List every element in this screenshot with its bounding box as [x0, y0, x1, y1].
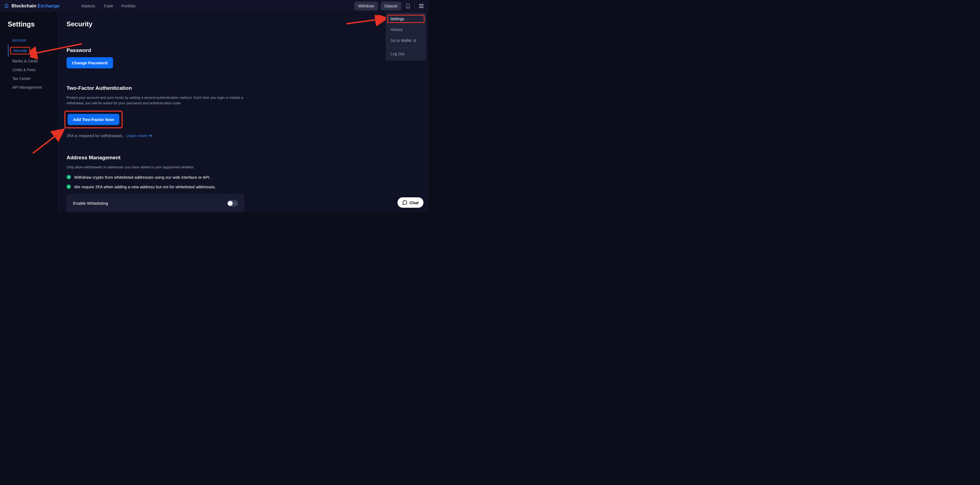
nav-portfolio[interactable]: Portfolio [121, 4, 135, 8]
sidebar-item-security[interactable]: Security [8, 45, 58, 57]
nav-markets[interactable]: Markets [81, 4, 95, 8]
deposit-button[interactable]: Deposit [381, 2, 401, 10]
logo-icon [4, 3, 9, 9]
sidebar-item-limits[interactable]: Limits & Fees [8, 65, 58, 74]
svg-point-1 [407, 7, 408, 8]
withdraw-button[interactable]: Withdraw [354, 2, 378, 10]
mobile-icon[interactable] [404, 2, 412, 10]
sidebar-title: Settings [8, 20, 58, 28]
dropdown-history[interactable]: History [386, 24, 426, 35]
side-list: Account Security Banks & Cards Limits & … [8, 36, 58, 92]
sidebar-item-tax[interactable]: Tax Center [8, 74, 58, 83]
learn-more-link[interactable]: Learn more [126, 133, 152, 138]
dropdown-menu: Settings History Go to Wallet Log Out [386, 13, 426, 60]
external-link-icon [414, 39, 416, 42]
twofa-note: 2FA is required for withdrawals. Learn m… [67, 133, 417, 138]
logo[interactable]: Blockchain Exchange [4, 3, 60, 9]
topbar-right: Withdraw Deposit [354, 2, 425, 10]
main: Security Password Change Password Two-Fa… [58, 12, 429, 212]
dropdown-settings[interactable]: Settings [387, 15, 425, 23]
whitelist-toggle[interactable] [227, 200, 238, 207]
address-bullet-2: We require 2FA when adding a new address… [67, 184, 417, 189]
password-heading: Password [67, 47, 417, 53]
chat-button[interactable]: Chat [398, 197, 423, 208]
section-twofa: Two-Factor Authentication Protect your a… [67, 76, 417, 146]
sidebar-item-account[interactable]: Account [8, 36, 58, 45]
section-address: Address Management Only allow withdrawal… [67, 146, 417, 212]
address-desc: Only allow withdrawals to addresses you … [67, 164, 245, 170]
brand-text: Blockchain Exchange [11, 3, 60, 9]
check-icon [67, 184, 71, 189]
nav-trade[interactable]: Trade [103, 4, 113, 8]
check-icon [67, 175, 71, 179]
whitelist-toggle-label: Enable Whitelisting [73, 201, 108, 205]
topbar: Blockchain Exchange Markets Trade Portfo… [0, 0, 429, 12]
address-bullet-1: Withdraw crypto from whitelisted address… [67, 175, 417, 180]
sidebar-item-api[interactable]: API Management [8, 83, 58, 92]
nav-main: Markets Trade Portfolio [81, 4, 135, 8]
sidebar-item-banks[interactable]: Banks & Cards [8, 57, 58, 65]
twofa-heading: Two-Factor Authentication [67, 85, 417, 91]
whitelist-toggle-card: Enable Whitelisting [67, 194, 245, 212]
change-password-button[interactable]: Change Password [67, 57, 113, 68]
arrow-right-icon [148, 134, 152, 137]
divider [414, 3, 415, 9]
twofa-desc: Protect your account and your funds by a… [67, 95, 245, 106]
hamburger-icon[interactable] [417, 2, 425, 10]
dropdown-logout[interactable]: Log Out [386, 48, 426, 59]
dropdown-wallet[interactable]: Go to Wallet [386, 35, 426, 46]
add-twofactor-button[interactable]: Add Two-Factor Now [68, 114, 119, 125]
body: Settings Account Security Banks & Cards … [0, 12, 429, 212]
page-title: Security [67, 20, 417, 28]
twofa-highlight: Add Two-Factor Now [64, 111, 123, 128]
sidebar: Settings Account Security Banks & Cards … [0, 12, 58, 212]
chat-icon [402, 200, 407, 205]
section-password: Password Change Password [67, 39, 417, 76]
address-heading: Address Management [67, 155, 417, 161]
